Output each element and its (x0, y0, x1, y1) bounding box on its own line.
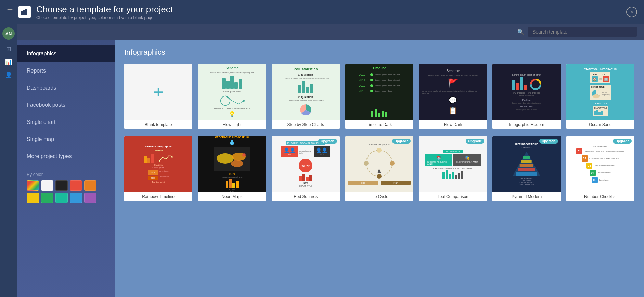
template-card-blank[interactable]: + Blank template (124, 64, 192, 129)
sidebar-item-reports[interactable]: Reports (17, 62, 115, 79)
color-swatch-white[interactable] (41, 180, 53, 191)
svg-rect-24 (516, 172, 537, 176)
svg-point-13 (217, 153, 234, 164)
template-label-poll-stats: Step by Step Charts (272, 120, 340, 129)
neon-maps-preview: GEOGRAPHIC INFOGRAPHIC 💧 99.9% (198, 136, 266, 192)
template-label-infographic-modern: Infographic Modern (492, 120, 561, 129)
template-label-red-squares: Red Squares (272, 192, 340, 201)
teal-comparison-preview: Comparison info... 📚 QUISQUE POSUERE NUN… (419, 136, 487, 192)
svg-rect-25 (518, 168, 535, 171)
template-label-teal-comparison: Teal Comparison (419, 192, 487, 201)
close-button[interactable]: × (626, 7, 637, 17)
template-label-rainbow-timeline: Rainbow Timeline (124, 192, 192, 201)
svg-rect-26 (520, 164, 533, 167)
upgrade-badge-number-checklist: Upgrade (613, 139, 632, 144)
svg-rect-27 (521, 160, 532, 163)
template-label-life-cycle: Life Cycle (345, 192, 413, 201)
svg-rect-3 (21, 9, 22, 9)
svg-point-20 (377, 174, 382, 179)
color-swatch-multicolor[interactable] (27, 180, 39, 191)
sidebar-item-single-map[interactable]: Single map (17, 131, 115, 148)
template-label-neon-maps: Neon Maps (198, 192, 266, 201)
template-label-flow-light: Flow Light (198, 120, 266, 129)
color-swatch-purple[interactable] (84, 193, 96, 203)
lifecycle-circle (364, 148, 395, 179)
infographic-modern-preview: Lorem ipsum dolor sit amet (492, 64, 561, 120)
template-card-infographic-modern[interactable]: Lorem ipsum dolor sit amet (492, 64, 561, 129)
red-squares-preview: INFORMATIONAL INFOGRAPHIC 👤👤 1/3 Lorem i… (272, 136, 340, 192)
sidebar-item-dashboards[interactable]: Dashboards (17, 79, 115, 96)
template-card-teal-comparison[interactable]: Upgrade Comparison info... 📚 QUISQUE POS… (419, 136, 487, 201)
chart-icon[interactable]: 📊 (5, 58, 12, 66)
flow-dark-preview: Scheme Lorem ipsum dolor sit amet, conse… (419, 64, 487, 120)
color-filter-section: By color (17, 165, 115, 206)
search-input[interactable] (528, 27, 637, 37)
template-card-number-checklist[interactable]: Upgrade List infographic 01 Lorem ipsum … (566, 136, 634, 201)
upgrade-badge-life-cycle: Upgrade (392, 139, 411, 144)
color-swatch-orange[interactable] (84, 180, 96, 191)
topbar: ☰ Choose a template for your project Cho… (0, 0, 644, 24)
svg-marker-22 (377, 168, 381, 173)
search-icon: 🔍 (517, 29, 524, 35)
logo-icon (21, 8, 29, 16)
sidebar-item-more-project-types[interactable]: More project types (17, 148, 115, 165)
title-block: Choose a template for your project Choos… (36, 4, 637, 20)
svg-point-11 (159, 160, 160, 162)
svg-point-15 (231, 160, 243, 167)
color-swatch-blue[interactable] (70, 193, 82, 203)
svg-point-12 (171, 156, 173, 158)
sidebar-item-facebook-posts[interactable]: Facebook posts (17, 96, 115, 114)
template-label-flow-dark: Flow Dark (419, 120, 487, 129)
svg-rect-2 (25, 9, 27, 15)
svg-rect-1 (23, 10, 25, 15)
ocean-sand-preview: STATISTICAL INFOGRAPHIC CHART TITLE 🏠 1/… (566, 64, 634, 120)
color-swatch-red[interactable] (70, 180, 82, 191)
template-card-pyramid-modern[interactable]: Upgrade HIER INFOGRAPHIC Lorem ipsum Sel… (492, 136, 561, 201)
menu-icon[interactable]: ☰ (7, 8, 13, 16)
template-label-timeline-dark: Timeline Dark (345, 120, 413, 129)
page-subtitle: Choose template by project type, color o… (36, 15, 637, 20)
svg-point-5 (243, 100, 245, 102)
modern-pie (530, 78, 542, 90)
svg-rect-28 (523, 156, 530, 159)
color-swatches (27, 180, 105, 203)
flow-light-svg (218, 94, 246, 107)
color-swatch-teal[interactable] (55, 193, 68, 203)
sidebar-item-single-chart[interactable]: Single chart (17, 114, 115, 131)
color-swatch-black[interactable] (55, 180, 68, 191)
svg-point-18 (377, 148, 382, 153)
template-card-ocean-sand[interactable]: STATISTICAL INFOGRAPHIC CHART TITLE 🏠 1/… (566, 64, 634, 129)
layers-icon[interactable]: ⊞ (6, 45, 11, 53)
section-title: Infographics (124, 48, 634, 57)
rainbow-timeline-preview: Timeline infographic Chart title Ch (124, 136, 192, 192)
upgrade-badge-red-squares: Upgrade (318, 139, 337, 144)
template-card-red-squares[interactable]: Upgrade INFORMATIONAL INFOGRAPHIC 👤👤 1/3… (272, 136, 340, 201)
template-card-life-cycle[interactable]: Upgrade Process infographic (345, 136, 413, 201)
logo (18, 6, 31, 18)
sidebar-item-infographics[interactable]: Infographics (17, 45, 115, 62)
svg-point-21 (364, 161, 369, 166)
template-card-rainbow-timeline[interactable]: Timeline infographic Chart title Ch (124, 136, 192, 201)
sidebar-icons: AN ⊞ 📊 👤 (0, 24, 17, 297)
rt-line (159, 152, 173, 163)
upgrade-badge-teal-comparison: Upgrade (466, 139, 485, 144)
svg-rect-0 (21, 11, 23, 15)
color-swatch-green[interactable] (41, 193, 53, 203)
pyramid-modern-preview: HIER INFOGRAPHIC Lorem ipsum Self actual… (492, 136, 561, 192)
template-card-timeline-dark[interactable]: Timeline 2010 Lorem ipsum dolor sit amet… (345, 64, 413, 129)
flow-light-preview: Scheme Lorem dolor sit amet, consectetur… (198, 64, 266, 120)
user-icon[interactable]: 👤 (5, 71, 12, 79)
template-card-poll-stats[interactable]: Poll statistics 1. Question Lorem ipsum … (272, 64, 340, 129)
blank-card-preview: + (124, 64, 192, 120)
main-layout: Infographics Reports Dashboards Facebook… (17, 40, 644, 297)
poll-stats-preview: Poll statistics 1. Question Lorem ipsum … (272, 64, 340, 120)
template-card-neon-maps[interactable]: GEOGRAPHIC INFOGRAPHIC 💧 99.9% (198, 136, 266, 201)
template-label-ocean-sand: Ocean Sand (566, 120, 634, 129)
poll-pie (299, 103, 312, 117)
template-card-flow-dark[interactable]: Scheme Lorem ipsum dolor sit amet, conse… (419, 64, 487, 129)
pyramid-svg (494, 150, 558, 177)
template-card-flow-light[interactable]: Scheme Lorem dolor sit amet, consectetur… (198, 64, 266, 129)
color-swatch-yellow[interactable] (27, 193, 39, 203)
upgrade-badge-pyramid-modern: Upgrade (539, 139, 558, 144)
page-title: Choose a template for your project (36, 4, 637, 15)
